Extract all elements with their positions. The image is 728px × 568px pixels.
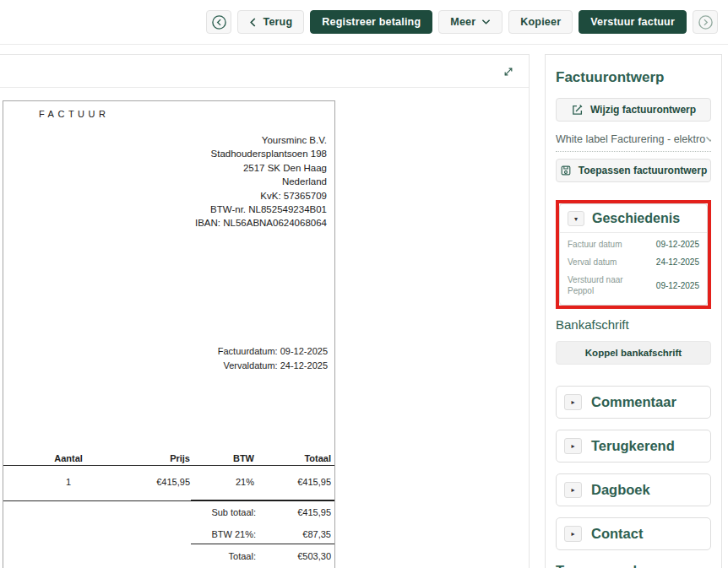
subtotal-value: €415,95: [253, 507, 331, 517]
invoice-preview-panel: FACTUUR Yoursminc B.V. Stadhoudersplants…: [0, 54, 530, 568]
expand-toggle-icon[interactable]: ▸: [564, 482, 582, 498]
table-header-divider: [3, 465, 334, 466]
history-row-value: 09-12-2025: [656, 240, 699, 249]
table-header-totaal: Totaal: [253, 453, 331, 463]
prev-document-button[interactable]: [206, 10, 231, 34]
triangle-right-icon: ▸: [571, 442, 574, 450]
expand-toggle-icon[interactable]: ▸: [564, 438, 582, 454]
save-icon: [560, 165, 572, 176]
edit-invoice-design-label: Wijzig factuurontwerp: [590, 104, 696, 116]
expand-toggle-icon[interactable]: ▸: [564, 526, 582, 542]
panel-terugkerend[interactable]: ▸ Terugkerend: [556, 430, 711, 463]
due-date-line: Vervaldatum: 24-12-2025: [218, 359, 328, 373]
back-button-label: Terug: [263, 16, 292, 28]
table-cell-prijs: €415,95: [105, 477, 190, 487]
triangle-right-icon: ▸: [571, 486, 574, 494]
history-row: Verval datum 24-12-2025: [568, 253, 699, 271]
history-panel-title: Geschiedenis: [592, 211, 680, 226]
history-row-value: 24-12-2025: [656, 257, 699, 267]
total-value: €503,30: [253, 551, 331, 561]
attachments-heading: Toegevoegde: [556, 563, 711, 568]
invoice-template-value: White label Facturering - elektro: [556, 133, 705, 145]
chevron-down-icon: [481, 19, 491, 25]
total-divider: [191, 544, 334, 544]
company-iban: IBAN: NL56ABNA0624068064: [195, 216, 327, 230]
panel-contact-title: Contact: [591, 526, 643, 542]
history-row-label: Verstuurd naar Peppol: [568, 274, 641, 296]
expand-preview-button[interactable]: [497, 60, 519, 83]
table-cell-totaal: €415,95: [253, 477, 331, 487]
panel-commentaar[interactable]: ▸ Commentaar: [556, 386, 711, 419]
company-address-block: Yoursminc B.V. Stadhoudersplantsoen 198 …: [195, 133, 327, 230]
send-invoice-button[interactable]: Verstuur factuur: [579, 10, 687, 34]
panel-contact[interactable]: ▸ Contact: [556, 517, 711, 550]
company-street: Stadhoudersplantsoen 198: [195, 147, 327, 160]
edit-invoice-design-button[interactable]: Wijzig factuurontwerp: [556, 98, 711, 122]
panel-dagboek[interactable]: ▸ Dagboek: [556, 473, 711, 506]
triangle-down-icon: ▾: [574, 215, 578, 223]
chevron-left-icon: [249, 17, 257, 28]
invoice-template-select[interactable]: White label Facturering - elektro: [556, 133, 711, 152]
send-invoice-label: Verstuur factuur: [590, 16, 675, 28]
history-row-label: Verval datum: [568, 257, 617, 268]
preview-header: [0, 55, 529, 88]
edit-icon: [571, 104, 584, 116]
apply-invoice-design-button[interactable]: Toepassen factuurontwerp: [556, 159, 711, 182]
register-payment-label: Registreer betaling: [322, 16, 421, 28]
table-header-aantal: Aantal: [26, 453, 111, 463]
next-document-button[interactable]: [693, 10, 718, 34]
bank-statement-heading: Bankafschrift: [556, 317, 711, 332]
circle-chevron-left-icon: [211, 14, 227, 30]
history-panel-header[interactable]: ▾ Geschiedenis: [560, 204, 707, 232]
invoice-document: FACTUUR Yoursminc B.V. Stadhoudersplants…: [3, 100, 335, 568]
expand-icon: [502, 65, 515, 78]
history-row-label: Factuur datum: [568, 239, 622, 250]
company-kvk: KvK: 57365709: [195, 189, 327, 203]
vat-label: BTW 21%:: [155, 529, 256, 539]
totals-top-divider: [191, 500, 334, 501]
history-row: Factuur datum 09-12-2025: [568, 235, 699, 253]
vat-value: €87,35: [253, 529, 331, 539]
sidebar: Factuurontwerp Wijzig factuurontwerp Whi…: [545, 54, 722, 568]
history-highlight-box: ▾ Geschiedenis Factuur datum 09-12-2025 …: [556, 200, 711, 309]
history-panel: ▾ Geschiedenis Factuur datum 09-12-2025 …: [559, 203, 708, 306]
triangle-right-icon: ▸: [571, 530, 574, 538]
link-bank-statement-button[interactable]: Koppel bankafschrift: [556, 341, 711, 365]
copy-button-label: Kopieer: [520, 16, 561, 28]
table-header-btw: BTW: [198, 453, 254, 463]
history-row-value: 09-12-2025: [656, 281, 699, 290]
table-header-prijs: Prijs: [105, 453, 190, 463]
history-row: Verstuurd naar Peppol 09-12-2025: [568, 271, 699, 300]
invoice-date-line: Factuurdatum: 09-12-2025: [218, 344, 328, 359]
table-cell-aantal: 1: [26, 477, 111, 487]
circle-chevron-right-icon: [698, 14, 714, 30]
chevron-down-icon: [705, 136, 711, 143]
back-button[interactable]: Terug: [237, 10, 304, 34]
company-name: Yoursminc B.V.: [195, 133, 327, 147]
collapse-toggle-icon[interactable]: ▾: [568, 211, 584, 226]
apply-invoice-design-label: Toepassen factuurontwerp: [579, 165, 707, 176]
invoice-dates-block: Factuurdatum: 09-12-2025 Vervaldatum: 24…: [218, 344, 328, 372]
more-button[interactable]: Meer: [438, 10, 503, 34]
register-payment-button[interactable]: Registreer betaling: [310, 10, 432, 34]
panel-dagboek-title: Dagboek: [591, 482, 650, 498]
total-label: Totaal:: [155, 551, 256, 561]
panel-commentaar-title: Commentaar: [591, 394, 676, 410]
invoice-title: FACTUUR: [39, 109, 109, 119]
toolbar: Terug Registreer betaling Meer Kopieer V…: [0, 0, 728, 45]
table-cell-btw: 21%: [198, 477, 254, 487]
panel-terugkerend-title: Terugkerend: [591, 438, 675, 454]
history-rows: Factuur datum 09-12-2025 Verval datum 24…: [560, 233, 707, 305]
copy-button[interactable]: Kopieer: [508, 10, 573, 34]
more-button-label: Meer: [450, 16, 475, 28]
company-city: 2517 SK Den Haag: [195, 161, 327, 175]
expand-toggle-icon[interactable]: ▸: [564, 394, 582, 410]
link-bank-statement-label: Koppel bankafschrift: [585, 348, 682, 358]
company-country: Nederland: [195, 175, 327, 188]
invoice-design-heading: Factuurontwerp: [556, 69, 711, 86]
triangle-right-icon: ▸: [571, 398, 574, 406]
company-btw: BTW-nr. NL852549234B01: [195, 203, 327, 216]
subtotal-label: Sub totaal:: [155, 507, 256, 517]
